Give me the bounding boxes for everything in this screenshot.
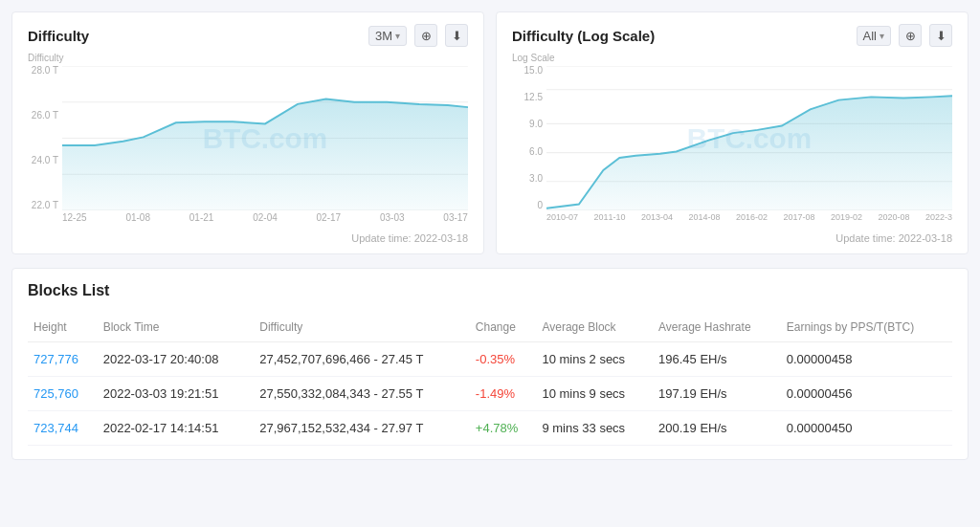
table-row: 725,760 2022-03-03 19:21:51 27,550,332,0…	[28, 377, 952, 411]
cell-difficulty: 27,452,707,696,466 - 27.45 T	[254, 342, 470, 377]
x-tick: 2019-02	[831, 212, 862, 222]
y-tick: 22.0 T	[32, 201, 58, 210]
col-header-earnings: Earnings by PPS/T(BTC)	[781, 313, 952, 342]
chart-header-difficulty: Difficulty 3M ▾ ⊕ ⬇	[28, 24, 468, 47]
table-header-row: Height Block Time Difficulty Change Aver…	[28, 313, 952, 342]
y-ticks-log: 15.0 12.5 9.0 6.0 3.0 0	[512, 66, 546, 210]
col-header-block-time: Block Time	[98, 313, 255, 342]
x-tick: 2017-08	[783, 212, 814, 222]
table-row: 723,744 2022-02-17 14:14:51 27,967,152,5…	[28, 411, 952, 446]
height-link[interactable]: 725,760	[33, 386, 78, 401]
x-tick: 2020-08	[878, 212, 909, 222]
cell-block-time: 2022-03-03 19:21:51	[98, 377, 255, 411]
x-ticks-difficulty: 12-25 01-08 01-21 02-04 02-17 03-03 03-1…	[62, 212, 468, 230]
cell-earnings: 0.00000458	[781, 342, 952, 377]
cell-change: +4.78%	[470, 411, 537, 446]
difficulty-chart-card: Difficulty 3M ▾ ⊕ ⬇ Difficulty	[11, 11, 484, 254]
height-link[interactable]: 727,776	[33, 352, 78, 366]
y-tick: 28.0 T	[32, 66, 58, 76]
y-tick: 15.0	[524, 66, 543, 76]
cell-change: -1.49%	[470, 377, 537, 411]
col-header-avg-block: Average Block	[536, 313, 653, 342]
y-tick: 26.0 T	[32, 111, 58, 121]
chart-svg-difficulty: BTC.com	[62, 66, 468, 210]
y-tick: 9.0	[529, 120, 543, 129]
download-button-log[interactable]: ⬇	[929, 24, 952, 47]
chevron-down-icon: ▾	[395, 31, 400, 41]
x-tick: 02-17	[317, 212, 342, 223]
chart-svg-log: BTC.com	[546, 66, 952, 210]
x-tick: 2010-07	[546, 212, 578, 222]
y-axis-label-difficulty: Difficulty	[28, 53, 64, 63]
chart-area-difficulty: Difficulty 28.0 T 26.0 T 24.0 T 22.0 T	[28, 53, 468, 230]
cell-avg-hashrate: 197.19 EH/s	[653, 377, 781, 411]
y-tick: 3.0	[529, 174, 543, 184]
x-tick: 2011-10	[593, 212, 625, 222]
table-row: 727,776 2022-03-17 20:40:08 27,452,707,6…	[28, 342, 952, 377]
x-ticks-log: 2010-07 2011-10 2013-04 2014-08 2016-02 …	[546, 212, 952, 230]
cell-earnings: 0.00000456	[781, 377, 952, 411]
change-badge: -1.49%	[476, 386, 515, 401]
cell-avg-block: 10 mins 2 secs	[536, 342, 653, 377]
cell-difficulty: 27,967,152,532,434 - 27.97 T	[254, 411, 470, 446]
chart-header-log: Difficulty (Log Scale) All ▾ ⊕ ⬇	[512, 24, 952, 47]
y-tick: 24.0 T	[32, 156, 58, 165]
chart-title-difficulty: Difficulty	[28, 28, 89, 44]
cell-avg-block: 9 mins 33 secs	[536, 411, 653, 446]
x-tick: 03-03	[380, 212, 405, 223]
main-container: Difficulty 3M ▾ ⊕ ⬇ Difficulty	[0, 0, 980, 472]
chart-title-log: Difficulty (Log Scale)	[512, 28, 655, 44]
x-tick: 03-17	[443, 212, 468, 223]
chevron-down-icon: ▾	[880, 31, 884, 41]
y-ticks-difficulty: 28.0 T 26.0 T 24.0 T 22.0 T	[28, 66, 62, 210]
difficulty-log-chart-card: Difficulty (Log Scale) All ▾ ⊕ ⬇ Log Sca…	[496, 11, 969, 254]
y-tick: 0	[537, 201, 543, 210]
x-tick: 01-21	[189, 212, 214, 223]
zoom-in-icon: ⊕	[905, 29, 916, 43]
blocks-list-title: Blocks List	[28, 282, 952, 299]
x-tick: 02-04	[253, 212, 278, 223]
cell-avg-hashrate: 196.45 EH/s	[653, 342, 781, 377]
cell-block-time: 2022-03-17 20:40:08	[98, 342, 255, 377]
col-header-difficulty: Difficulty	[254, 313, 470, 342]
cell-height: 725,760	[28, 377, 98, 411]
chart-controls-difficulty: 3M ▾ ⊕ ⬇	[368, 24, 468, 47]
col-header-avg-hashrate: Average Hashrate	[653, 313, 781, 342]
cell-height: 723,744	[28, 411, 98, 446]
table-body: 727,776 2022-03-17 20:40:08 27,452,707,6…	[28, 342, 952, 446]
blocks-table: Height Block Time Difficulty Change Aver…	[28, 313, 952, 446]
svg-text:BTC.com: BTC.com	[687, 122, 812, 154]
zoom-in-button-difficulty[interactable]: ⊕	[414, 24, 437, 47]
table-header: Height Block Time Difficulty Change Aver…	[28, 313, 952, 342]
cell-block-time: 2022-02-17 14:14:51	[98, 411, 255, 446]
blocks-list-card: Blocks List Height Block Time Difficulty…	[11, 268, 969, 460]
cell-earnings: 0.00000450	[781, 411, 952, 446]
x-tick: 2013-04	[641, 212, 673, 222]
update-time-difficulty: Update time: 2022-03-18	[28, 232, 468, 244]
chart-controls-log: All ▾ ⊕ ⬇	[857, 24, 952, 47]
period-select-log[interactable]: All ▾	[857, 26, 891, 46]
col-header-change: Change	[470, 313, 537, 342]
zoom-in-button-log[interactable]: ⊕	[899, 24, 922, 47]
svg-text:BTC.com: BTC.com	[203, 122, 327, 154]
x-tick: 12-25	[62, 212, 87, 223]
update-time-log: Update time: 2022-03-18	[512, 232, 952, 244]
cell-change: -0.35%	[470, 342, 537, 377]
y-axis-label-log: Log Scale	[512, 53, 554, 63]
period-select-difficulty[interactable]: 3M ▾	[368, 26, 407, 46]
download-button-difficulty[interactable]: ⬇	[445, 24, 468, 47]
download-icon: ⬇	[936, 29, 947, 43]
height-link[interactable]: 723,744	[33, 421, 78, 435]
x-tick: 2022-3	[925, 212, 952, 222]
x-tick: 2014-08	[688, 212, 720, 222]
x-tick: 01-08	[125, 212, 150, 223]
change-badge: +4.78%	[476, 421, 518, 435]
change-badge: -0.35%	[476, 352, 515, 366]
charts-row: Difficulty 3M ▾ ⊕ ⬇ Difficulty	[11, 11, 969, 254]
cell-avg-block: 10 mins 9 secs	[536, 377, 653, 411]
col-header-height: Height	[28, 313, 98, 342]
cell-avg-hashrate: 200.19 EH/s	[653, 411, 781, 446]
download-icon: ⬇	[452, 29, 462, 43]
chart-area-log: Log Scale 15.0 12.5 9.0 6.0 3.0 0	[512, 53, 952, 230]
y-tick: 12.5	[524, 93, 543, 102]
